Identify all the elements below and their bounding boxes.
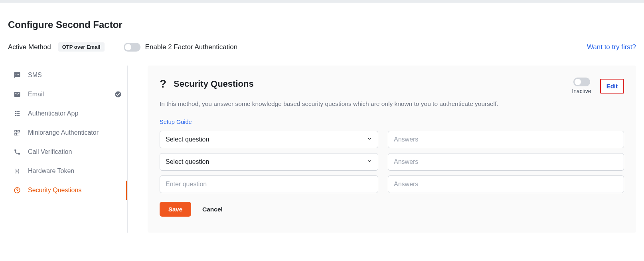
answer-input-3-field[interactable]: [394, 181, 618, 188]
answer-input-2-field[interactable]: [394, 158, 618, 165]
custom-question-field[interactable]: [166, 181, 372, 188]
chevron-down-icon: [367, 136, 372, 143]
sidebar-item-label: SMS: [28, 72, 42, 79]
sidebar-item-label: Security Questions: [28, 187, 81, 194]
active-method-label: Active Method: [8, 43, 51, 51]
inactive-toggle[interactable]: [573, 78, 590, 86]
grid-apps-icon: [14, 110, 21, 117]
question-mark-icon: ?: [160, 78, 166, 90]
question-icon: [14, 187, 21, 194]
enable-2fa-toggle[interactable]: [124, 43, 140, 52]
panel-title: Security Questions: [174, 79, 254, 89]
chevron-down-icon: [367, 158, 372, 165]
config-row: Active Method OTP over Email Enable 2 Fa…: [8, 42, 636, 52]
phone-icon: [14, 148, 21, 155]
answer-input-3[interactable]: [388, 175, 624, 193]
sidebar-item-label: Email: [28, 91, 44, 98]
sidebar-item-security-questions[interactable]: Security Questions: [8, 181, 127, 200]
cancel-button[interactable]: Cancel: [202, 206, 223, 213]
email-icon: [14, 91, 21, 98]
want-to-try-link[interactable]: Want to try first?: [587, 43, 636, 51]
page-title: Configure Second Factor: [8, 19, 636, 30]
answer-input-1-field[interactable]: [394, 136, 618, 143]
question-select-1[interactable]: Select question: [160, 131, 378, 148]
edit-button[interactable]: Edit: [600, 79, 624, 94]
custom-question-input[interactable]: [160, 175, 378, 193]
select-placeholder: Select question: [166, 158, 209, 165]
answer-input-2[interactable]: [388, 153, 624, 171]
sidebar-item-email[interactable]: Email: [8, 85, 127, 104]
token-icon: [14, 167, 21, 175]
inactive-label: Inactive: [572, 88, 591, 94]
sidebar-item-label: Authenticator App: [28, 110, 78, 117]
sidebar-item-sms[interactable]: SMS: [8, 66, 127, 85]
sidebar-item-label: Hardware Token: [28, 167, 74, 175]
security-questions-panel: ? Security Questions Inactive Edit In th…: [148, 66, 636, 233]
panel-description: In this method, you answer some knowledg…: [160, 99, 624, 108]
active-method-badge: OTP over Email: [58, 42, 105, 52]
sidebar-item-call-verification[interactable]: Call Verification: [8, 142, 127, 161]
select-placeholder: Select question: [166, 136, 209, 143]
sidebar: SMS Email Authenticator App: [8, 66, 128, 233]
sidebar-item-label: Call Verification: [28, 148, 72, 155]
check-circle-icon: [115, 91, 122, 98]
sidebar-item-miniorange-authenticator[interactable]: Miniorange Authenticator: [8, 123, 127, 142]
answer-input-1[interactable]: [388, 131, 624, 148]
setup-guide-link[interactable]: Setup Guide: [160, 119, 192, 125]
sidebar-item-authenticator-app[interactable]: Authenticator App: [8, 104, 127, 123]
sidebar-item-hardware-token[interactable]: Hardware Token: [8, 161, 127, 181]
question-select-2[interactable]: Select question: [160, 153, 378, 171]
top-bar: [0, 0, 644, 3]
save-button[interactable]: Save: [160, 202, 191, 217]
qr-icon: [14, 129, 21, 136]
toggle-knob: [125, 44, 131, 50]
sidebar-item-label: Miniorange Authenticator: [28, 129, 99, 136]
toggle-knob: [575, 79, 581, 85]
enable-2fa-label: Enable 2 Factor Authentication: [145, 43, 238, 51]
sms-icon: [14, 72, 21, 79]
